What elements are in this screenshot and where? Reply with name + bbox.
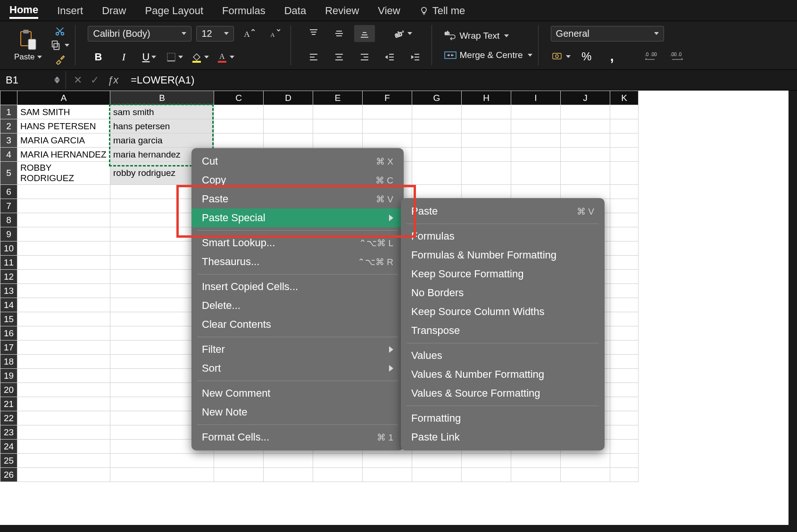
cell-D26[interactable] xyxy=(264,468,313,482)
cell-J3[interactable] xyxy=(561,133,610,148)
decrease-indent-button[interactable] xyxy=(380,49,400,66)
cell-D2[interactable] xyxy=(264,119,313,133)
ctx-clear-contents[interactable]: Clear Contents xyxy=(191,315,404,334)
cell-E25[interactable] xyxy=(313,454,363,468)
row-header-15[interactable]: 15 xyxy=(0,312,17,326)
cell-H26[interactable] xyxy=(462,468,511,482)
cell-A24[interactable] xyxy=(17,440,110,454)
tab-insert[interactable]: Insert xyxy=(57,4,83,18)
cell-K7[interactable] xyxy=(610,199,639,213)
cell-J25[interactable] xyxy=(561,454,610,468)
row-header-23[interactable]: 23 xyxy=(0,425,17,440)
cell-A7[interactable] xyxy=(17,199,110,213)
cell-A18[interactable] xyxy=(17,355,110,369)
cell-G25[interactable] xyxy=(412,454,462,468)
cell-K23[interactable] xyxy=(610,425,639,440)
ctx-format-cells[interactable]: Format Cells...⌘ 1 xyxy=(191,428,404,447)
name-box[interactable]: B1 xyxy=(0,71,66,89)
cell-A19[interactable] xyxy=(17,369,110,383)
cell-K14[interactable] xyxy=(610,298,639,312)
cell-A5[interactable]: ROBBY RODRIGUEZ xyxy=(17,162,110,185)
cell-H4[interactable] xyxy=(462,148,511,162)
sub-values[interactable]: Values xyxy=(401,346,605,365)
column-header-C[interactable]: C xyxy=(214,91,264,105)
cell-E1[interactable] xyxy=(313,105,363,119)
cell-J4[interactable] xyxy=(561,148,610,162)
cell-A12[interactable] xyxy=(17,270,110,284)
tab-page-layout[interactable]: Page Layout xyxy=(145,4,204,18)
ctx-filter[interactable]: Filter xyxy=(191,340,404,359)
cell-A9[interactable] xyxy=(17,227,110,241)
cell-A14[interactable] xyxy=(17,298,110,312)
sub-values-source-formatting[interactable]: Values & Source Formatting xyxy=(401,384,605,403)
column-header-F[interactable]: F xyxy=(363,91,412,105)
column-header-I[interactable]: I xyxy=(511,91,561,105)
ctx-insert-copied[interactable]: Insert Copied Cells... xyxy=(191,277,404,296)
column-header-B[interactable]: B xyxy=(110,91,214,105)
cell-G1[interactable] xyxy=(412,105,462,119)
cell-B2[interactable]: hans petersen xyxy=(110,119,214,133)
sub-transpose[interactable]: Transpose xyxy=(401,321,605,340)
cell-K13[interactable] xyxy=(610,284,639,298)
cell-C25[interactable] xyxy=(214,454,264,468)
increase-indent-button[interactable] xyxy=(405,49,426,66)
font-size-dropdown[interactable]: 12 xyxy=(196,26,234,42)
row-header-25[interactable]: 25 xyxy=(0,454,17,468)
cell-I5[interactable] xyxy=(511,162,561,185)
cell-E26[interactable] xyxy=(313,468,363,482)
cell-I4[interactable] xyxy=(511,148,561,162)
sub-paste[interactable]: Paste⌘ V xyxy=(401,202,605,221)
cell-G4[interactable] xyxy=(412,148,462,162)
row-header-11[interactable]: 11 xyxy=(0,256,17,270)
column-header-A[interactable]: A xyxy=(17,91,110,105)
cell-K22[interactable] xyxy=(610,411,639,425)
cell-A3[interactable]: MARIA GARCIA xyxy=(17,133,110,148)
cell-K5[interactable] xyxy=(610,162,639,185)
tab-view[interactable]: View xyxy=(378,4,400,18)
sub-no-borders[interactable]: No Borders xyxy=(401,283,605,302)
tell-me[interactable]: Tell me xyxy=(419,5,465,17)
sub-paste-link[interactable]: Paste Link xyxy=(401,428,605,447)
cell-C3[interactable] xyxy=(214,133,264,148)
row-header-4[interactable]: 4 xyxy=(0,148,17,162)
formula-input[interactable]: =LOWER(A1) xyxy=(126,71,797,89)
column-header-D[interactable]: D xyxy=(264,91,313,105)
column-header-E[interactable]: E xyxy=(313,91,363,105)
decrease-font-button[interactable]: A xyxy=(264,25,285,42)
cell-B26[interactable] xyxy=(110,468,214,482)
cell-D3[interactable] xyxy=(264,133,313,148)
ctx-new-note[interactable]: New Note xyxy=(191,403,404,422)
ctx-copy[interactable]: Copy⌘ C xyxy=(191,171,404,190)
ctx-paste[interactable]: Paste⌘ V xyxy=(191,190,404,208)
sub-values-number-formatting[interactable]: Values & Number Formatting xyxy=(401,365,605,384)
cell-A6[interactable] xyxy=(17,185,110,199)
fill-color-button[interactable] xyxy=(190,49,210,66)
cell-F26[interactable] xyxy=(363,468,412,482)
cell-A8[interactable] xyxy=(17,213,110,227)
cell-K4[interactable] xyxy=(610,148,639,162)
fx-icon[interactable]: ƒx xyxy=(108,74,118,86)
cell-K25[interactable] xyxy=(610,454,639,468)
row-header-9[interactable]: 9 xyxy=(0,227,17,241)
cell-K12[interactable] xyxy=(610,270,639,284)
cell-D25[interactable] xyxy=(264,454,313,468)
row-header-16[interactable]: 16 xyxy=(0,326,17,341)
cell-A23[interactable] xyxy=(17,425,110,440)
cell-H2[interactable] xyxy=(462,119,511,133)
orientation-button[interactable]: ab xyxy=(392,25,413,42)
row-header-5[interactable]: 5 xyxy=(0,162,17,185)
row-header-3[interactable]: 3 xyxy=(0,133,17,148)
cell-B25[interactable] xyxy=(110,454,214,468)
align-right-button[interactable] xyxy=(354,49,375,66)
ctx-delete[interactable]: Delete... xyxy=(191,296,404,315)
cell-F25[interactable] xyxy=(363,454,412,468)
tab-data[interactable]: Data xyxy=(284,4,306,18)
cell-I25[interactable] xyxy=(511,454,561,468)
cell-K17[interactable] xyxy=(610,341,639,355)
comma-format-button[interactable]: , xyxy=(602,48,623,65)
cell-A25[interactable] xyxy=(17,454,110,468)
row-header-14[interactable]: 14 xyxy=(0,298,17,312)
cell-G26[interactable] xyxy=(412,468,462,482)
tab-home[interactable]: Home xyxy=(9,3,38,19)
cell-K8[interactable] xyxy=(610,213,639,227)
